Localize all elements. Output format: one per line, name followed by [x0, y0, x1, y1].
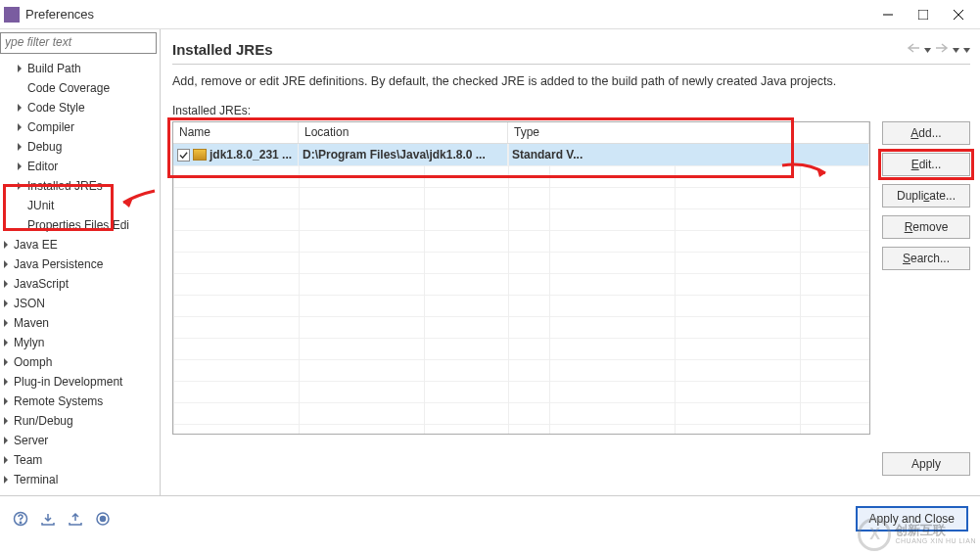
- tree-item[interactable]: Server: [0, 431, 160, 450]
- tree-item-label: Editor: [25, 160, 58, 173]
- tree-arrow-icon[interactable]: [0, 435, 12, 446]
- col-type[interactable]: Type: [508, 122, 869, 143]
- tree-arrow-icon[interactable]: [14, 161, 25, 172]
- content-header: Installed JREs: [172, 35, 970, 65]
- close-button[interactable]: [941, 1, 976, 28]
- tree-item[interactable]: JUnit: [0, 196, 160, 215]
- svg-rect-1: [918, 10, 928, 20]
- tree-arrow-icon[interactable]: [0, 356, 12, 368]
- cell-name: jdk1.8.0_231 ...: [210, 148, 292, 162]
- tree-item-label: Java EE: [12, 238, 58, 252]
- tree-item-label: Code Coverage: [25, 81, 110, 95]
- filter-input[interactable]: [5, 35, 152, 49]
- tree-arrow-icon[interactable]: [14, 180, 25, 192]
- tree-item[interactable]: Installed JREs: [0, 176, 160, 196]
- record-icon[interactable]: [94, 510, 112, 528]
- tree-arrow-icon[interactable]: [0, 337, 12, 348]
- forward-icon[interactable]: [935, 42, 949, 57]
- nav-arrows: [907, 42, 970, 57]
- preferences-tree[interactable]: Build PathCode CoverageCode StyleCompile…: [0, 57, 160, 495]
- tree-item[interactable]: Editor: [0, 157, 160, 176]
- tree-item[interactable]: JSON: [0, 294, 160, 313]
- table-header: Name Location Type: [173, 122, 869, 144]
- duplicate-button[interactable]: Duplicate...: [882, 184, 970, 208]
- tree-item-label: Installed JREs: [25, 179, 103, 193]
- table-label: Installed JREs:: [172, 104, 970, 117]
- tree-item[interactable]: Oomph: [0, 352, 160, 372]
- tree-item-label: JUnit: [25, 199, 54, 212]
- tree-item-label: Java Persistence: [12, 257, 103, 271]
- export-icon[interactable]: [67, 510, 84, 528]
- tree-item-label: Oomph: [12, 355, 52, 369]
- tree-arrow-icon[interactable]: [14, 63, 25, 74]
- page-description: Add, remove or edit JRE definitions. By …: [172, 74, 970, 88]
- forward-dropdown-icon[interactable]: [953, 43, 959, 57]
- tree-arrow-icon[interactable]: [0, 317, 12, 329]
- svg-point-7: [101, 516, 106, 521]
- app-icon: [4, 7, 20, 23]
- content-pane: Installed JREs Add, remove or edit JRE d…: [161, 29, 980, 495]
- tree-item[interactable]: Maven: [0, 313, 160, 333]
- table-row[interactable]: jdk1.8.0_231 ... D:\Program Files\Java\j…: [173, 144, 869, 165]
- menu-dropdown-icon[interactable]: [963, 43, 970, 57]
- tree-item-label: Code Style: [25, 101, 85, 115]
- tree-item[interactable]: Terminal: [0, 470, 160, 489]
- tree-item-label: JavaScript: [12, 277, 69, 291]
- add-button[interactable]: Add...: [882, 121, 970, 145]
- tree-item[interactable]: Build Path: [0, 59, 160, 78]
- tree-arrow-icon[interactable]: [14, 141, 25, 153]
- tree-item[interactable]: Run/Debug: [0, 411, 160, 431]
- tree-item-label: Debug: [25, 140, 62, 154]
- minimize-button[interactable]: [870, 1, 906, 28]
- cell-location: D:\Program Files\Java\jdk1.8.0 ...: [303, 148, 486, 162]
- search-button[interactable]: Search...: [882, 247, 970, 270]
- help-icon[interactable]: [12, 510, 29, 528]
- tree-arrow-icon[interactable]: [14, 102, 25, 114]
- tree-arrow-icon[interactable]: [0, 454, 12, 466]
- cell-type: Standard V...: [512, 148, 583, 162]
- tree-item-label: Mylyn: [12, 336, 44, 349]
- tree-arrow-icon[interactable]: [0, 298, 12, 309]
- back-dropdown-icon[interactable]: [924, 43, 931, 57]
- tree-item-label: Server: [12, 434, 48, 447]
- titlebar: Preferences: [0, 0, 980, 29]
- jre-checkbox[interactable]: [177, 149, 190, 162]
- apply-button[interactable]: Apply: [882, 452, 970, 476]
- tree-item[interactable]: Properties Files Edi: [0, 215, 160, 235]
- tree-item[interactable]: JavaScript: [0, 274, 160, 294]
- filter-box[interactable]: [0, 32, 157, 54]
- button-column: Add... Edit... Duplicate... Remove Searc…: [882, 121, 970, 435]
- edit-button[interactable]: Edit...: [882, 153, 970, 176]
- tree-item[interactable]: Code Coverage: [0, 78, 160, 98]
- dialog-footer: Apply and Close: [0, 495, 980, 540]
- tree-arrow-icon[interactable]: [14, 121, 25, 133]
- import-icon[interactable]: [39, 510, 57, 528]
- tree-arrow-icon[interactable]: [0, 258, 12, 270]
- tree-item[interactable]: Debug: [0, 137, 160, 157]
- tree-item[interactable]: Mylyn: [0, 333, 160, 352]
- svg-point-5: [20, 522, 21, 523]
- tree-arrow-icon[interactable]: [0, 474, 12, 486]
- tree-item[interactable]: Remote Systems: [0, 392, 160, 411]
- apply-and-close-button[interactable]: Apply and Close: [856, 506, 968, 532]
- tree-item[interactable]: Plug-in Development: [0, 372, 160, 392]
- tree-item[interactable]: Code Style: [0, 98, 160, 117]
- tree-item[interactable]: Team: [0, 450, 160, 470]
- tree-item[interactable]: Java EE: [0, 235, 160, 254]
- back-icon[interactable]: [907, 42, 920, 57]
- tree-item-label: Run/Debug: [12, 414, 73, 428]
- tree-arrow-icon[interactable]: [0, 395, 12, 407]
- tree-arrow-icon[interactable]: [0, 239, 12, 251]
- maximize-button[interactable]: [906, 1, 941, 28]
- col-location[interactable]: Location: [299, 122, 508, 143]
- page-title: Installed JREs: [172, 41, 907, 58]
- tree-arrow-icon[interactable]: [0, 376, 12, 388]
- table-grid: [508, 144, 509, 434]
- tree-item[interactable]: Java Persistence: [0, 254, 160, 274]
- jre-table[interactable]: Name Location Type jdk1.8.0_231 ... D:\P…: [172, 121, 870, 435]
- tree-arrow-icon[interactable]: [0, 415, 12, 427]
- col-name[interactable]: Name: [173, 122, 299, 143]
- tree-item[interactable]: Compiler: [0, 117, 160, 137]
- tree-arrow-icon[interactable]: [0, 278, 12, 290]
- remove-button[interactable]: Remove: [882, 215, 970, 239]
